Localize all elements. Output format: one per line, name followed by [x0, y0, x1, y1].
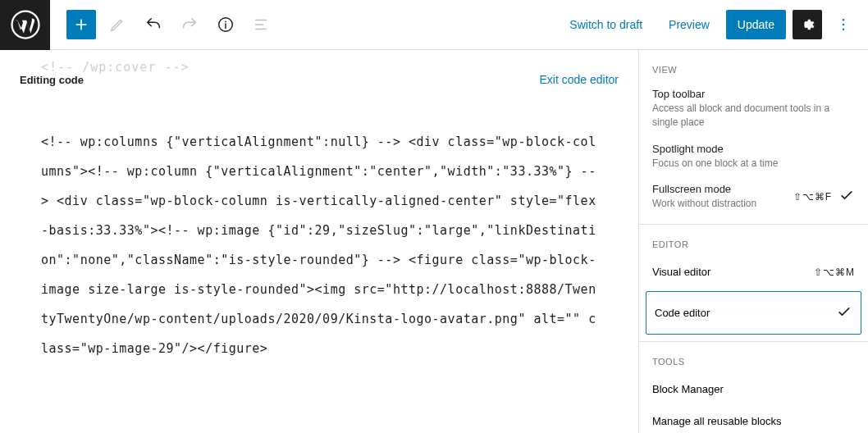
option-label: Code editor [655, 307, 710, 319]
faded-code-line: <!-- /wp:cover --> [41, 60, 190, 75]
editor-area: <!-- /wp:cover --> Editing code Exit cod… [0, 50, 638, 433]
svg-point-2 [225, 21, 226, 22]
body-wrap: <!-- /wp:cover --> Editing code Exit cod… [0, 50, 868, 433]
info-button[interactable] [211, 10, 240, 39]
exit-code-editor-link[interactable]: Exit code editor [540, 73, 619, 86]
toolbar-left [50, 10, 276, 39]
block-manager-option[interactable]: Block Manager [639, 373, 868, 405]
code-editor-option[interactable]: Code editor [646, 291, 861, 335]
editor-section-header: EDITOR [639, 225, 868, 256]
redo-button [175, 10, 204, 39]
svg-point-4 [843, 24, 845, 26]
shortcut-label: ⇧⌥⌘F [793, 191, 832, 203]
more-options-button[interactable] [829, 10, 858, 39]
code-textarea[interactable]: <!-- wp:columns {"verticalAlignment":nul… [0, 86, 638, 363]
undo-button[interactable] [139, 10, 168, 39]
option-label: Visual editor [652, 266, 710, 278]
view-section-header: VIEW [639, 50, 868, 81]
menu-desc: Focus on one block at a time [652, 157, 855, 171]
fullscreen-mode-option[interactable]: Fullscreen mode Work without distraction… [639, 176, 868, 217]
switch-draft-button[interactable]: Switch to draft [560, 11, 652, 38]
menu-title: Top toolbar [652, 88, 705, 100]
top-toolbar: Switch to draft Preview Update [0, 0, 868, 50]
tools-section-header: TOOLS [639, 342, 868, 373]
options-sidebar: VIEW Top toolbar Access all block and do… [638, 50, 868, 433]
add-block-button[interactable] [66, 10, 96, 39]
shortcut-label: ⇧⌥⌘M [814, 267, 855, 278]
visual-editor-option[interactable]: Visual editor ⇧⌥⌘M [639, 256, 868, 288]
edit-icon [103, 10, 132, 39]
wp-logo[interactable] [0, 0, 50, 50]
editing-code-label: Editing code [20, 74, 84, 86]
check-icon [838, 187, 855, 207]
reusable-blocks-option[interactable]: Manage all reusable blocks [639, 405, 868, 433]
menu-title: Spotlight mode [652, 143, 724, 155]
check-icon [836, 303, 852, 322]
menu-desc: Access all block and document tools in a… [652, 102, 855, 130]
spotlight-mode-option[interactable]: Spotlight mode Focus on one block at a t… [639, 136, 868, 177]
update-button[interactable]: Update [726, 10, 786, 39]
svg-point-3 [843, 19, 845, 21]
top-toolbar-option[interactable]: Top toolbar Access all block and documen… [639, 81, 868, 136]
menu-desc: Work without distraction [652, 197, 793, 211]
outline-button [247, 10, 276, 39]
toolbar-right: Switch to draft Preview Update [560, 10, 858, 39]
menu-title: Fullscreen mode [652, 183, 731, 195]
settings-button[interactable] [793, 10, 822, 39]
svg-point-5 [843, 29, 845, 31]
preview-button[interactable]: Preview [659, 11, 720, 38]
